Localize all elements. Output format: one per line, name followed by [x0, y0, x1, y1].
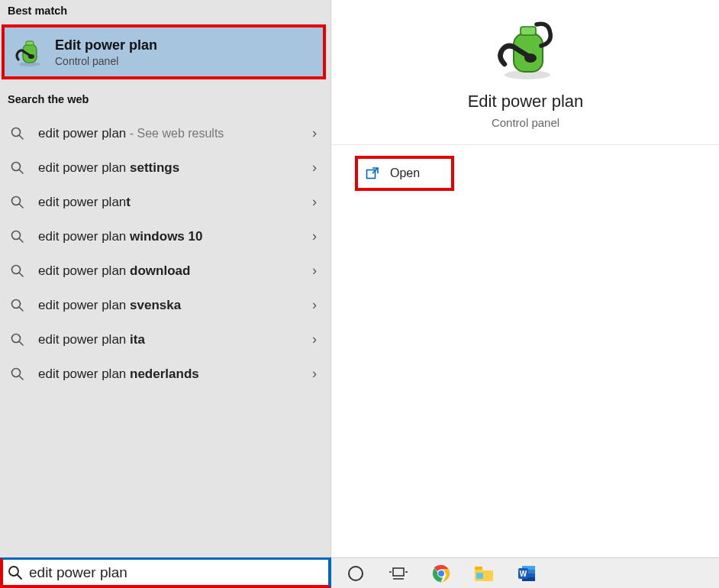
open-action[interactable]: Open	[355, 156, 454, 191]
best-match-subtitle: Control panel	[55, 55, 157, 67]
svg-point-25	[524, 53, 537, 63]
svg-rect-24	[521, 27, 536, 35]
search-icon	[8, 565, 23, 580]
svg-point-36	[438, 570, 444, 577]
preview-subtitle: Control panel	[332, 116, 719, 129]
web-result-label: edit power plant	[38, 195, 309, 210]
open-external-icon	[366, 166, 379, 180]
search-web-header: Search the web	[0, 79, 330, 113]
chevron-right-icon: ›	[309, 366, 320, 382]
preview-title: Edit power plan	[332, 92, 719, 111]
svg-point-7	[12, 162, 21, 170]
svg-line-8	[20, 170, 24, 173]
web-result-item[interactable]: edit power plan svenska›	[0, 288, 330, 322]
chevron-right-icon: ›	[309, 160, 320, 176]
svg-point-5	[12, 128, 21, 136]
file-explorer-button[interactable]	[473, 563, 495, 584]
word-button[interactable]: W	[516, 563, 537, 584]
web-result-item[interactable]: edit power plan - See web results›	[0, 116, 330, 150]
search-icon	[11, 161, 24, 175]
search-icon	[11, 264, 24, 278]
svg-point-27	[9, 567, 18, 576]
cortana-button[interactable]	[345, 563, 366, 584]
svg-line-16	[20, 307, 24, 311]
chevron-right-icon: ›	[309, 125, 320, 141]
best-match-header: Best match	[0, 0, 330, 24]
svg-point-9	[12, 196, 21, 205]
web-result-label: edit power plan windows 10	[38, 229, 309, 244]
web-result-item[interactable]: edit power plan settings›	[0, 150, 330, 185]
search-bar[interactable]	[0, 557, 331, 588]
svg-point-4	[28, 54, 34, 59]
battery-power-icon	[14, 37, 44, 67]
web-results-list: edit power plan - See web results›edit p…	[0, 113, 330, 391]
svg-line-12	[20, 238, 24, 242]
web-result-label: edit power plan ita	[38, 332, 309, 347]
web-result-label: edit power plan svenska	[38, 298, 309, 313]
open-label: Open	[390, 166, 420, 180]
search-icon	[11, 299, 24, 312]
svg-line-6	[20, 135, 24, 139]
svg-point-11	[12, 231, 21, 239]
web-result-item[interactable]: edit power plant›	[0, 185, 330, 219]
search-icon	[11, 230, 24, 244]
svg-point-17	[12, 334, 21, 342]
svg-point-15	[12, 299, 21, 308]
svg-point-29	[349, 567, 363, 580]
web-result-item[interactable]: edit power plan ita›	[0, 322, 330, 357]
best-match-title: Edit power plan	[55, 37, 157, 53]
search-results-pane: Best match Edit power plan Control panel…	[0, 0, 331, 557]
chevron-right-icon: ›	[309, 331, 320, 347]
search-input[interactable]	[29, 564, 324, 581]
search-icon	[11, 367, 24, 381]
web-result-item[interactable]: edit power plan download›	[0, 254, 330, 288]
chevron-right-icon: ›	[309, 194, 320, 210]
chevron-right-icon: ›	[309, 297, 320, 313]
svg-rect-38	[476, 573, 483, 579]
svg-line-10	[20, 204, 24, 208]
svg-text:W: W	[520, 570, 527, 578]
svg-point-19	[12, 368, 21, 376]
preview-pane: Edit power plan Control panel Open	[332, 0, 719, 557]
search-icon	[11, 195, 24, 209]
svg-rect-37	[475, 567, 482, 570]
best-match-result[interactable]: Edit power plan Control panel	[2, 24, 326, 79]
web-result-item[interactable]: edit power plan nederlands›	[0, 357, 330, 391]
web-result-item[interactable]: edit power plan windows 10›	[0, 219, 330, 254]
svg-line-28	[18, 575, 21, 579]
chrome-button[interactable]	[430, 563, 452, 584]
chevron-right-icon: ›	[309, 263, 320, 279]
battery-power-icon	[494, 17, 558, 81]
taskbar: W	[331, 557, 719, 588]
web-result-label: edit power plan - See web results	[38, 126, 309, 141]
svg-line-14	[20, 273, 24, 276]
svg-line-20	[20, 376, 24, 380]
best-match-text: Edit power plan Control panel	[55, 37, 157, 67]
preview-header: Edit power plan Control panel	[332, 0, 719, 145]
web-result-label: edit power plan nederlands	[38, 367, 309, 382]
search-icon	[11, 127, 24, 141]
web-result-label: edit power plan download	[38, 263, 309, 279]
svg-rect-3	[26, 41, 34, 45]
search-icon	[11, 333, 24, 347]
svg-point-13	[12, 265, 21, 273]
task-view-button[interactable]	[388, 563, 409, 584]
svg-rect-22	[514, 34, 543, 72]
chevron-right-icon: ›	[309, 228, 320, 244]
svg-rect-30	[393, 568, 404, 576]
web-result-label: edit power plan settings	[38, 160, 309, 176]
svg-line-18	[20, 341, 24, 345]
